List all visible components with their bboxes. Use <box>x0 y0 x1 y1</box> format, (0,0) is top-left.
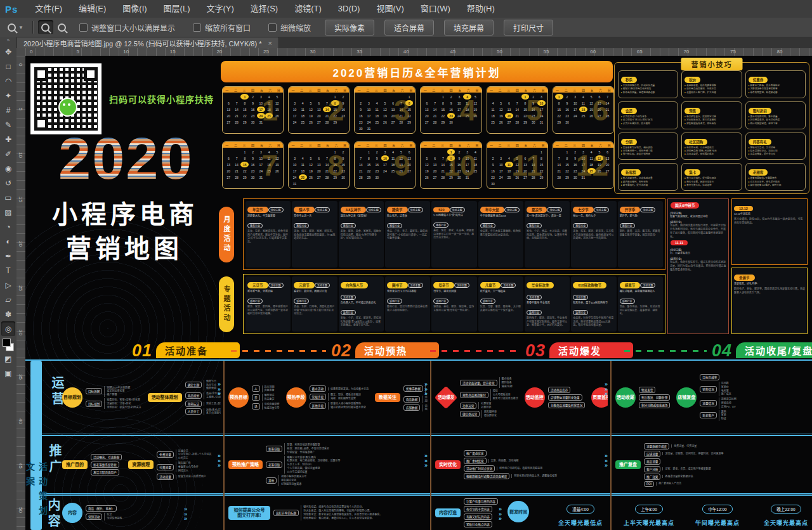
menu-item-w[interactable]: 窗口(W) <box>412 4 459 13</box>
gradient-tool[interactable]: ▨ <box>1 205 15 219</box>
day: 10 <box>291 107 299 112</box>
menu-item-e[interactable]: 编辑(E) <box>70 4 114 13</box>
option-checkbox-1[interactable]: 缩放所有窗口 <box>193 22 251 33</box>
theme-tag: 活动主题 <box>547 207 562 212</box>
calendar-weekdays: 一二三四五六日 <box>553 142 613 148</box>
zoom-tool-preset[interactable]: ▼ <box>0 23 29 32</box>
activity-column-3: 踏青节活动主题陌上花开，过青季推荐行业食品、户外、亲子、摄影等，踏青出游可推广"… <box>385 201 430 268</box>
document-canvas[interactable]: 扫码可以获得小程序扶持 2020 小程序电商 营销地图 2020营销日历&全年营… <box>25 56 812 530</box>
theme-tag: 活动主题 <box>341 295 356 300</box>
zoom-tool[interactable]: ◎ <box>1 321 15 336</box>
day: 3 <box>571 94 579 100</box>
day: 16 <box>563 107 572 112</box>
day: 27 <box>431 174 439 180</box>
day: 12 <box>422 162 431 167</box>
eyedropper-tool[interactable]: ✎ <box>1 117 15 132</box>
flow-branch: 老客获取唤醒公众号菜单 图文/图片社群运营：每日商品链接、活动链接、话题引导从员… <box>266 456 340 474</box>
clone-stamp-tool[interactable]: ◉ <box>1 161 15 176</box>
weekday: 六 <box>533 143 536 147</box>
flow-branch: 商品流量 <box>644 458 723 465</box>
day: 28 <box>233 119 241 125</box>
menu-item-y[interactable]: 文字(Y) <box>198 4 242 13</box>
flow-branches: 活动全面放量，提升转化整点秒杀限时秒杀满减/包邮预售商品尾款催付短信公众号模板消… <box>460 377 518 418</box>
type-tool[interactable]: T <box>1 263 15 278</box>
option-checkbox-2[interactable]: 细微缩放 <box>268 22 311 33</box>
flow-branch: 推广效果各渠道流量转化数据评估 <box>644 474 723 480</box>
menu-item-s[interactable]: 选择(S) <box>242 4 286 13</box>
color-swatches[interactable] <box>3 339 14 351</box>
quick-select-tool[interactable]: ✦ <box>1 88 15 103</box>
blur-tool[interactable]: ◔ <box>1 219 15 234</box>
theme-tag: 活动主题 <box>315 207 330 212</box>
day: 31 <box>365 126 373 131</box>
close-icon[interactable]: × <box>268 39 272 47</box>
tip-bullet: 排行榜奖励，激发分销热情 <box>621 153 675 156</box>
weekday: 五 <box>458 143 461 147</box>
flow-branch-label: 预售商品尾款催付 <box>460 392 488 398</box>
menu-item-h[interactable]: 帮助(H) <box>459 4 503 13</box>
shape-tool[interactable]: ▱ <box>1 292 15 307</box>
history-brush-tool[interactable]: ↺ <box>1 176 15 190</box>
flow-sub-item: 公众号关键词设置 <box>287 470 340 474</box>
flow-branch-subs: 玩法活动信息提炼 <box>104 513 122 520</box>
eraser-tool[interactable]: ▭ <box>1 190 15 205</box>
foreground-color-swatch[interactable] <box>3 339 11 347</box>
day-blank <box>365 94 373 100</box>
day: 30 <box>447 119 455 125</box>
day: 6 <box>225 155 233 161</box>
flow-branch-label: 活动商品库存 <box>548 387 571 393</box>
flow-sub-item: 微信群转化 <box>484 414 497 418</box>
options-button-3[interactable]: 打印尺寸 <box>504 20 553 36</box>
day: 3 <box>365 100 373 106</box>
day: 21 <box>357 168 365 174</box>
day: 26 <box>497 119 505 125</box>
theme-tag: 活动主题 <box>408 207 423 212</box>
option-checkbox-0[interactable]: 调整窗口大小以满屏显示 <box>79 22 175 33</box>
brush-tool[interactable]: ✐ <box>1 146 15 161</box>
menu-item-i[interactable]: 图像(I) <box>114 4 155 13</box>
menu-item-f[interactable]: 文件(F) <box>27 4 70 13</box>
move-tool[interactable]: ✥ <box>1 44 15 59</box>
quick-mask-button[interactable]: ◩ <box>1 351 15 366</box>
weekday: 六 <box>599 143 602 147</box>
flow-branch: 目标完成率 <box>700 374 736 380</box>
marquee-tool[interactable]: □ <box>1 59 15 74</box>
timeline-point-0: 凌晨4:00全天曝光最低点 <box>546 502 615 527</box>
pen-tool[interactable]: ✒ <box>1 249 15 263</box>
month-number: 8 <box>328 151 344 180</box>
flow-branch-subs: 访问数客单价毛利率推广成本 <box>719 382 731 396</box>
day: 4 <box>489 100 497 106</box>
flow-cell-yunying-3: 活动收尾物流发货售后跟进、问题处理积分兑换返现或退场店铺复盘目标完成率销售情况访… <box>615 363 809 432</box>
flow-branch: 新客获取裂变：利用分销这类传播裂变投放：朋友圈+品类，不盲目烧钱采买分销裂变：分… <box>266 443 340 454</box>
weekday: 六 <box>401 87 404 92</box>
menu-item-v[interactable]: 视图(V) <box>368 4 412 13</box>
menu-item-l[interactable]: 图层(L) <box>155 4 199 13</box>
flow-sub-item: 网红达人 <box>178 469 199 473</box>
menu-item-t[interactable]: 滤镜(T) <box>286 4 330 13</box>
ruler-vertical[interactable]: 05101520253035404550 <box>16 56 26 530</box>
options-button-0[interactable]: 实际像素 <box>325 20 374 36</box>
day: 5 <box>497 100 505 106</box>
options-button-2[interactable]: 填充屏幕 <box>444 20 494 36</box>
day: 4 <box>299 155 307 161</box>
zoom-out-button[interactable] <box>55 20 70 34</box>
zoom-in-button[interactable] <box>38 20 53 34</box>
day: 29 <box>365 174 373 180</box>
industry-tag: 推荐行业 <box>387 223 402 228</box>
document-tab[interactable]: 2020小程序电商营销地图.jpg @ 12.5% (扫码可以获得小程序扶持, … <box>16 37 279 49</box>
menu-item-dd[interactable]: 3D(D) <box>330 4 369 13</box>
flow-node: 店铺复盘 <box>676 387 697 408</box>
healing-tool[interactable]: ✚ <box>1 132 15 146</box>
screen-mode-button[interactable]: ▣ <box>1 366 15 380</box>
dodge-tool[interactable]: ◐ <box>1 234 15 249</box>
options-button-1[interactable]: 适合屏幕 <box>384 20 434 36</box>
flow-branch: 推广渠道优化 <box>464 450 557 456</box>
flow-group: 活动整体规划确定主题借势节日热点节点借势营销商品规划选品/定价/毛利结构主推款+… <box>148 380 221 416</box>
lasso-tool[interactable]: ◠ <box>1 74 15 88</box>
hand-tool[interactable]: ✽ <box>1 307 15 321</box>
crop-tool[interactable]: # <box>1 103 15 117</box>
collapse-panel-icon[interactable]: » <box>7 37 10 44</box>
weekday: 二 <box>499 143 502 147</box>
flow-sub-item: 分销裂变：分销渠道推广 <box>287 451 329 455</box>
path-select-tool[interactable]: ▷ <box>1 278 15 292</box>
